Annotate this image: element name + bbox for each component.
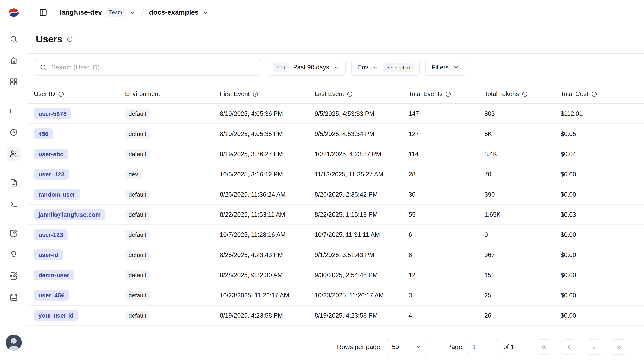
- sidebar-item-tracing[interactable]: [7, 104, 20, 118]
- table-row[interactable]: your-user-id default 8/19/2025, 4:23:58 …: [28, 305, 644, 326]
- cell-last-event: 9/1/2025, 3:51:43 PM: [308, 251, 402, 258]
- column-label: Total Tokens: [484, 90, 519, 98]
- terminal-icon: [10, 200, 18, 208]
- environment-badge: dev: [125, 169, 142, 179]
- first-event-value: 8/19/2025, 3:36:27 PM: [220, 150, 283, 158]
- total-tokens-value: 3.4K: [484, 150, 497, 158]
- user-id-badge[interactable]: 456: [34, 128, 53, 139]
- project-name: docs-examples: [149, 8, 198, 16]
- cell-environment: default: [118, 149, 213, 159]
- cell-total-tokens: 0: [478, 231, 554, 238]
- table-row[interactable]: user-5678 default 8/19/2025, 4:05:36 PM …: [28, 104, 644, 124]
- table-row[interactable]: random-user default 8/26/2025, 11:36:24 …: [28, 184, 644, 205]
- table-row[interactable]: demo-user default 8/28/2025, 9:32:30 AM …: [28, 265, 644, 285]
- previous-page-button[interactable]: [561, 339, 576, 355]
- info-icon[interactable]: [58, 91, 64, 97]
- cell-environment: default: [118, 129, 213, 139]
- total-events-value: 55: [408, 211, 416, 218]
- table-row[interactable]: jannik@langfuse.com default 8/22/2025, 1…: [28, 205, 644, 225]
- last-event-value: 10/21/2025, 4:23:37 PM: [314, 150, 381, 158]
- user-id-badge[interactable]: user-abc: [34, 149, 68, 159]
- next-page-button[interactable]: [586, 339, 601, 355]
- cell-total-events: 6: [402, 251, 478, 258]
- date-range-button[interactable]: 90d Past 90 days: [267, 59, 346, 76]
- sidebar-item-prompts[interactable]: [7, 176, 20, 190]
- user-id-badge[interactable]: your-user-id: [34, 310, 78, 321]
- cell-total-tokens: 3.4K: [478, 150, 554, 158]
- cell-total-tokens: 5K: [478, 130, 554, 137]
- list-tree-icon: [10, 107, 18, 115]
- sidebar-item-users[interactable]: [7, 147, 20, 161]
- cell-user-id: user_456: [28, 290, 118, 301]
- environment-badge: default: [125, 250, 150, 260]
- cell-first-event: 8/19/2025, 3:36:27 PM: [213, 150, 308, 158]
- sidebar-item-sessions[interactable]: [7, 126, 20, 139]
- table-row[interactable]: 456 default 8/19/2025, 4:05:35 PM 9/5/20…: [28, 124, 644, 144]
- user-table-body: user-5678 default 8/19/2025, 4:05:36 PM …: [28, 104, 644, 326]
- main-area: langfuse-dev Team docs-examples Users: [28, 0, 644, 362]
- info-icon[interactable]: [446, 91, 452, 97]
- info-icon[interactable]: [347, 91, 353, 97]
- last-page-button[interactable]: [611, 339, 626, 355]
- total-tokens-value: 26: [484, 312, 491, 319]
- user-id-badge[interactable]: user_456: [34, 290, 69, 301]
- cell-last-event: 10/21/2025, 4:23:37 PM: [308, 150, 402, 158]
- column-label: Total Events: [408, 90, 442, 98]
- table-row[interactable]: user_123 dev 10/6/2025, 3:16:12 PM 11/13…: [28, 164, 644, 184]
- env-filter-button[interactable]: Env 5 selected: [352, 59, 420, 76]
- user-id-badge[interactable]: user-5678: [34, 108, 71, 119]
- first-page-button[interactable]: [536, 339, 551, 355]
- sidebar-toggle-button[interactable]: [37, 6, 49, 18]
- langfuse-logo[interactable]: [0, 0, 27, 25]
- cell-first-event: 8/19/2025, 4:05:36 PM: [213, 110, 308, 117]
- chevron-down-icon: [372, 64, 379, 71]
- search-input[interactable]: [51, 64, 256, 71]
- total-tokens-value: 25: [484, 292, 491, 299]
- user-id-badge[interactable]: demo-user: [34, 270, 74, 280]
- user-id-badge[interactable]: jannik@langfuse.com: [34, 209, 105, 220]
- table-row[interactable]: user-abc default 8/19/2025, 3:36:27 PM 1…: [28, 144, 644, 164]
- cell-total-cost: $0.00: [554, 312, 644, 319]
- total-cost-value: $0.03: [560, 211, 576, 218]
- info-icon[interactable]: [252, 91, 258, 97]
- user-id-badge[interactable]: user_123: [34, 169, 69, 180]
- cell-environment: default: [118, 230, 213, 239]
- cell-last-event: 8/19/2025, 4:23:58 PM: [308, 312, 402, 319]
- user-id-badge[interactable]: user-id: [34, 249, 63, 260]
- sidebar: [0, 0, 28, 362]
- table-row[interactable]: user-id default 8/25/2025, 4:23:43 PM 9/…: [28, 245, 644, 265]
- info-icon[interactable]: [591, 91, 597, 97]
- table-row[interactable]: user_456 default 10/23/2025, 11:26:17 AM…: [28, 285, 644, 305]
- user-id-badge[interactable]: user-123: [34, 229, 68, 240]
- environment-badge: default: [125, 290, 150, 300]
- cell-first-event: 10/23/2025, 11:26:17 AM: [213, 292, 308, 299]
- sidebar-item-home[interactable]: [7, 54, 20, 67]
- filters-button[interactable]: Filters: [426, 59, 465, 76]
- chevrons-right-icon: [615, 344, 622, 350]
- page-number-input[interactable]: [467, 339, 499, 355]
- sidebar-item-evaluation[interactable]: [7, 226, 20, 240]
- cell-total-tokens: 1.65K: [478, 211, 554, 218]
- langfuse-logo-icon: [8, 7, 20, 19]
- cell-environment: default: [118, 250, 213, 260]
- file-icon: [10, 179, 18, 187]
- sidebar-item-datasets[interactable]: [7, 290, 20, 304]
- cell-first-event: 10/6/2025, 3:16:12 PM: [213, 171, 308, 178]
- square-pen-icon: [10, 229, 18, 237]
- sidebar-item-annotation[interactable]: [7, 269, 20, 283]
- page-info-icon[interactable]: [66, 36, 73, 42]
- user-id-badge[interactable]: random-user: [34, 189, 80, 200]
- cell-first-event: 8/25/2025, 4:23:43 PM: [213, 251, 308, 258]
- cell-total-cost: $0.05: [554, 130, 644, 137]
- sidebar-item-playground[interactable]: [7, 197, 20, 211]
- user-avatar[interactable]: [6, 334, 22, 351]
- project-switcher[interactable]: docs-examples: [149, 8, 209, 16]
- table-row[interactable]: user-123 default 10/7/2025, 11:28:16 AM …: [28, 225, 644, 245]
- grid-icon: [10, 78, 18, 86]
- sidebar-item-insights[interactable]: [7, 248, 20, 261]
- org-switcher[interactable]: langfuse-dev Team: [60, 8, 136, 17]
- info-icon[interactable]: [522, 91, 528, 97]
- sidebar-item-search[interactable]: [7, 32, 20, 46]
- rows-per-page-select[interactable]: 50: [387, 339, 427, 355]
- sidebar-item-dashboards[interactable]: [7, 75, 20, 89]
